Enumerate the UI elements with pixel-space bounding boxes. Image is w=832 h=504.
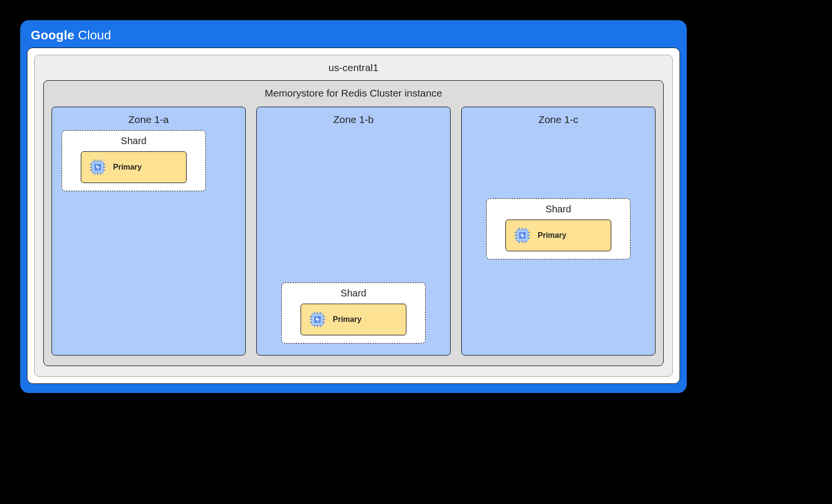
zone-title: Zone 1-a (59, 114, 239, 125)
instance-title: Memorystore for Redis Cluster instance (51, 87, 656, 99)
memory-chip-icon (89, 159, 106, 176)
memory-chip-icon (514, 227, 531, 244)
shard-label: Shard (493, 204, 623, 215)
node-label: Primary (333, 315, 362, 324)
zone-1a: Zone 1-a Shard (51, 107, 246, 356)
brand-word-1: Google (31, 28, 75, 42)
shard-box: Shard (62, 130, 206, 191)
region-title: us-central1 (43, 62, 664, 74)
region-card: us-central1 Memorystore for Redis Cluste… (34, 55, 673, 377)
shard-box: Shard (486, 198, 630, 259)
zone-title: Zone 1-c (468, 114, 648, 125)
zone-1c: Zone 1-c Shard (461, 107, 656, 356)
node-label: Primary (538, 231, 567, 240)
memory-chip-icon (309, 311, 326, 328)
zone-1b: Zone 1-b Shard (256, 107, 451, 356)
primary-node: Primary (505, 220, 611, 251)
shard-label: Shard (69, 135, 199, 147)
primary-node: Primary (81, 151, 187, 183)
node-label: Primary (113, 163, 142, 172)
brand-label: Google Cloud (31, 28, 680, 43)
cloud-container: Google Cloud us-central1 Memorystore for… (19, 19, 688, 394)
white-card: us-central1 Memorystore for Redis Cluste… (27, 48, 680, 384)
primary-node: Primary (301, 304, 406, 335)
instance-card: Memorystore for Redis Cluster instance Z… (43, 80, 664, 366)
brand-word-2: Cloud (78, 28, 111, 42)
shard-label: Shard (289, 288, 418, 299)
shard-box: Shard (281, 283, 426, 344)
zone-title: Zone 1-b (264, 114, 443, 125)
zone-row: Zone 1-a Shard (51, 107, 656, 356)
